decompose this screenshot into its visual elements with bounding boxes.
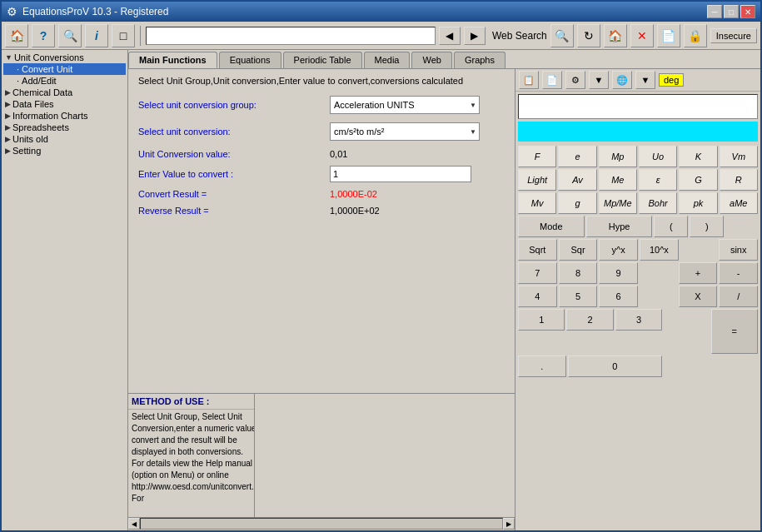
calc-btn-Vm[interactable]: Vm [720,146,758,167]
tab-media[interactable]: Media [364,52,411,68]
calc-btn-sqr[interactable]: Sqr [559,239,598,261]
minimize-button[interactable]: ─ [707,5,722,18]
globe-dropdown[interactable]: ▼ [635,71,655,89]
maximize-button[interactable]: □ [724,5,739,18]
calc-btn-hype[interactable]: Hype [586,216,653,237]
calc-btn-Light[interactable]: Light [518,169,556,191]
reverse-result-value: 1,0000E+02 [330,206,380,216]
calc-btn-F[interactable]: F [518,146,556,167]
tab-main-functions[interactable]: Main Functions [128,52,217,68]
conversion-select[interactable]: cm/s²to m/s² [330,122,480,141]
scroll-right-btn[interactable]: ▶ [503,518,515,530]
sidebar-item-info-charts[interactable]: ▶ Information Charts [3,110,126,122]
zoom-icon[interactable]: 🔍 [550,24,574,47]
globe-icon[interactable]: 🌐 [612,71,632,89]
calc-btn-2[interactable]: 2 [566,309,613,331]
paste-icon[interactable]: 📄 [542,71,562,89]
calc-btn-aMe[interactable]: aMe [720,192,758,214]
calc-btn-9[interactable]: 9 [599,262,638,284]
sidebar-item-dot2: · [17,76,19,86]
calc-btn-dot[interactable]: . [518,355,566,377]
address-bar[interactable] [146,27,436,45]
calc-btn-0[interactable]: 0 [568,355,662,377]
conversion-select-wrapper: cm/s²to m/s² [330,122,480,141]
calc-btn-3[interactable]: 3 [615,309,662,331]
info-icon[interactable]: i [85,24,108,47]
calc-btn-5[interactable]: 5 [559,286,598,307]
enter-value-input[interactable] [330,166,471,182]
calc-btn-tenx[interactable]: 10^x [640,239,679,261]
sidebar-item-add-edit[interactable]: · Add/Edit [3,75,126,87]
expand-icon3: ▶ [5,100,11,108]
calc-btn-multiply[interactable]: X [679,286,718,307]
calc-btn-Mp[interactable]: Mp [599,146,637,167]
calc-btn-R[interactable]: R [720,169,758,191]
lock-icon[interactable]: 🔒 [684,24,707,47]
sidebar-item-units-old[interactable]: ▶ Units old [3,133,126,145]
screenshot-icon[interactable]: □ [112,24,135,47]
sidebar-item-unit-conversions[interactable]: ▼ Unit Conversions [3,52,126,63]
method-panel: METHOD of USE : Select Unit Group, Selec… [128,394,255,517]
calc-btn-equals[interactable]: = [711,309,758,354]
group-select[interactable]: Acceleration UNITS [330,96,480,114]
tab-web[interactable]: Web [411,52,451,68]
conversion-label: Select unit conversion: [138,127,330,137]
calc-btn-epsilon[interactable]: ε [639,169,677,191]
calc-btn-sqrt[interactable]: Sqrt [518,239,557,261]
calc-btn-e[interactable]: e [558,146,596,167]
stop-icon[interactable]: ✕ [630,24,654,47]
settings-icon[interactable]: ⚙ [565,71,585,89]
help-icon[interactable]: ? [32,24,55,47]
refresh-icon[interactable]: ↻ [577,24,600,47]
home-icon[interactable]: 🏠 [5,24,28,47]
page-icon[interactable]: 📄 [657,24,680,47]
calc-btn-1[interactable]: 1 [518,309,565,331]
calc-btn-G[interactable]: G [679,169,717,191]
h-scroll-track[interactable] [140,518,503,530]
dropdown-icon[interactable]: ▼ [589,71,609,89]
calc-btn-paren-open[interactable]: ( [654,216,688,237]
forward-button[interactable]: ▶ [464,27,486,45]
calc-btn-Me[interactable]: Me [599,169,637,191]
sidebar-item-data-files[interactable]: ▶ Data Files [3,98,126,110]
calc-btn-paren-close[interactable]: ) [690,216,724,237]
back-button[interactable]: ◀ [439,27,461,45]
calc-btn-Uo[interactable]: Uo [639,146,677,167]
calc-btn-minus[interactable]: - [719,262,758,284]
sidebar-item-setting[interactable]: ▶ Setting [3,145,126,157]
calc-btn-g[interactable]: g [558,192,596,214]
insecure-label: Insecure [716,31,751,41]
copy-icon[interactable]: 📋 [519,71,539,89]
calc-btn-pk[interactable]: pk [679,192,717,214]
calc-btn-divide[interactable]: / [719,286,758,307]
calc-btn-plus[interactable]: + [679,262,718,284]
calc-btn-8[interactable]: 8 [559,262,598,284]
scroll-left-btn[interactable]: ◀ [128,518,140,530]
sidebar-item-spreadsheets[interactable]: ▶ Spreadsheets [3,122,126,133]
sidebar-item-convert-unit[interactable]: · Convert Unit [3,63,126,75]
convert-result-row: Convert Result = 1,0000E-02 [138,189,505,199]
enter-value-row: Enter Value to convert : [138,166,505,182]
calc-btn-MpMe[interactable]: Mp/Me [599,192,637,214]
calc-btn-Mv[interactable]: Mv [518,192,556,214]
calc-btn-empty4 [640,286,677,307]
tab-periodic-table[interactable]: Periodic Table [283,52,362,68]
calc-btn-7[interactable]: 7 [518,262,557,284]
tab-periodic-table-label: Periodic Table [294,55,351,65]
home2-icon[interactable]: 🏠 [604,24,627,47]
close-button[interactable]: ✕ [740,5,755,18]
method-text-span: Select Unit Group, Select Unit Conversio… [132,412,254,503]
calc-btn-4[interactable]: 4 [518,286,557,307]
tab-graphs[interactable]: Graphs [454,52,506,68]
expand-icon7: ▶ [5,147,11,155]
search-icon[interactable]: 🔍 [58,24,82,47]
calc-btn-Bohr[interactable]: Bohr [639,192,677,214]
sidebar-item-chemical-data[interactable]: ▶ Chemical Data [3,87,126,98]
calc-btn-yx[interactable]: y^x [599,239,638,261]
calc-btn-sinx[interactable]: sinx [719,239,758,261]
tab-equations[interactable]: Equations [219,52,281,68]
calc-btn-Av[interactable]: Av [558,169,596,191]
calc-btn-mode[interactable]: Mode [518,216,585,237]
calc-btn-K[interactable]: K [679,146,717,167]
calc-btn-6[interactable]: 6 [599,286,638,307]
